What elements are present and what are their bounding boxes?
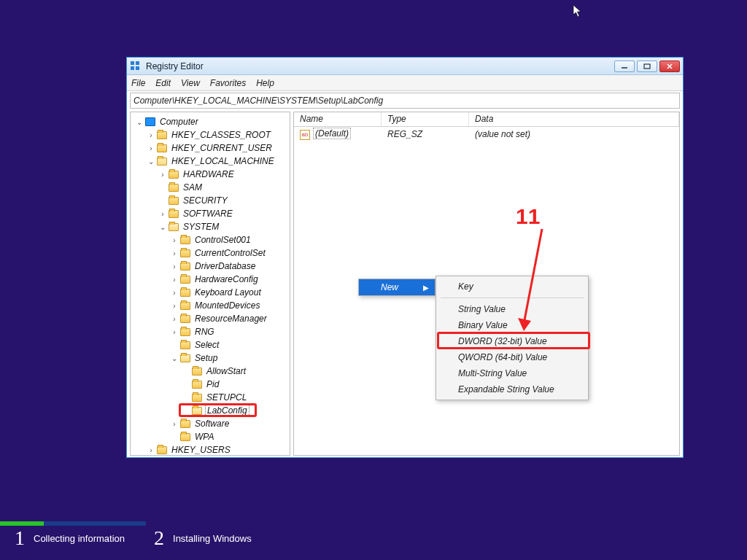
tree-node[interactable]: WPA	[131, 430, 290, 443]
context-item[interactable]: QWORD (64-bit) Value	[436, 349, 588, 365]
address-text: Computer\HKEY_LOCAL_MACHINE\SYSTEM\Setup…	[133, 96, 383, 106]
folder-icon	[180, 249, 190, 257]
svg-rect-5	[644, 64, 650, 69]
tree-node[interactable]: LabConfig	[131, 404, 290, 417]
minimize-button[interactable]	[614, 61, 635, 72]
address-bar[interactable]: Computer\HKEY_LOCAL_MACHINE\SYSTEM\Setup…	[130, 93, 680, 109]
folder-icon	[180, 328, 190, 336]
chevron-right-icon[interactable]: ›	[170, 289, 179, 297]
context-item[interactable]: Multi-String Value	[436, 365, 588, 381]
tree-node[interactable]: ›HARDWARE	[131, 168, 290, 181]
tree-node[interactable]: ⌄SYSTEM	[131, 220, 290, 233]
tree-node[interactable]: ›Keyboard Layout	[131, 286, 290, 299]
tree-node[interactable]: ›HKEY_CURRENT_USER	[131, 141, 290, 155]
chevron-down-icon[interactable]: ⌄	[158, 223, 167, 231]
value-list-pane[interactable]: Name Type Data ab(Default)REG_SZ(value n…	[293, 112, 680, 456]
tree-node[interactable]: ›RNG	[131, 325, 290, 338]
tree-node[interactable]: AllowStart	[131, 365, 290, 378]
value-row[interactable]: ab(Default)REG_SZ(value not set)	[294, 127, 679, 141]
chevron-down-icon[interactable]: ⌄	[147, 158, 155, 166]
tree-node[interactable]: ⌄Computer	[131, 115, 290, 128]
context-menu[interactable]: New ▶	[358, 279, 436, 296]
tree-label: SYSTEM	[182, 222, 220, 232]
menu-help[interactable]: Help	[256, 78, 274, 88]
context-item[interactable]: DWORD (32-bit) Value	[436, 333, 588, 349]
tree-node[interactable]: ›Software	[131, 417, 290, 430]
tree-node[interactable]: ›DriverDatabase	[131, 260, 290, 273]
chevron-right-icon[interactable]: ›	[170, 236, 179, 244]
chevron-right-icon[interactable]: ›	[170, 276, 179, 284]
folder-icon	[169, 171, 179, 179]
folder-icon	[192, 394, 202, 402]
tree-label: Keyboard Layout	[193, 287, 263, 298]
tree-label: Setup	[193, 353, 219, 363]
folder-icon	[180, 341, 190, 349]
tree-node[interactable]: ⌄HKEY_LOCAL_MACHINE	[131, 155, 290, 168]
context-item[interactable]: Key	[436, 279, 588, 295]
col-name[interactable]: Name	[294, 112, 382, 126]
tree-node[interactable]: Pid	[131, 378, 290, 391]
tree-node[interactable]: ⌄Setup	[131, 351, 290, 365]
step-collecting-info: 1 Collecting information	[0, 524, 139, 553]
folder-icon	[157, 144, 167, 152]
maximize-button[interactable]	[637, 61, 657, 72]
context-item[interactable]: Binary Value	[436, 317, 588, 333]
folder-icon	[157, 158, 167, 166]
menu-favorites[interactable]: Favorites	[210, 78, 246, 88]
chevron-right-icon[interactable]: ›	[147, 446, 155, 454]
col-data[interactable]: Data	[469, 112, 679, 126]
tree-node[interactable]: ›ResourceManager	[131, 312, 290, 325]
context-item-label: DWORD (32-bit) Value	[458, 336, 547, 346]
menubar: File Edit View Favorites Help	[127, 75, 683, 91]
close-button[interactable]	[659, 61, 680, 72]
context-item[interactable]: String Value	[436, 301, 588, 317]
computer-icon	[145, 117, 155, 126]
tree-label: Select	[193, 340, 220, 350]
folder-icon	[180, 433, 190, 441]
setup-steps: 1 Collecting information 2 Installing Wi…	[0, 524, 747, 553]
chevron-right-icon[interactable]: ›	[170, 249, 179, 257]
menu-view[interactable]: View	[181, 78, 200, 88]
col-type[interactable]: Type	[382, 112, 469, 126]
context-item[interactable]: Expandable String Value	[436, 381, 588, 397]
tree-node[interactable]: SETUPCL	[131, 391, 290, 404]
tree-label: ResourceManager	[193, 314, 268, 324]
value-type: REG_SZ	[382, 129, 469, 139]
svg-rect-0	[131, 61, 134, 65]
tree-pane[interactable]: ⌄Computer›HKEY_CLASSES_ROOT›HKEY_CURRENT…	[130, 112, 290, 456]
titlebar[interactable]: Registry Editor	[127, 58, 683, 75]
menu-file[interactable]: File	[131, 78, 145, 88]
chevron-right-icon[interactable]: ›	[170, 420, 179, 428]
tree-node[interactable]: ›ControlSet001	[131, 233, 290, 246]
submenu-arrow-icon: ▶	[423, 284, 429, 292]
chevron-down-icon[interactable]: ⌄	[135, 118, 144, 126]
tree-node[interactable]: ›MountedDevices	[131, 299, 290, 312]
chevron-right-icon[interactable]: ›	[158, 210, 167, 218]
tree-node[interactable]: ›HKEY_CLASSES_ROOT	[131, 128, 290, 141]
tree-node[interactable]: Select	[131, 338, 290, 351]
folder-icon	[192, 407, 202, 415]
tree-node[interactable]: SECURITY	[131, 194, 290, 207]
tree-label: WPA	[193, 432, 215, 442]
tree-node[interactable]: ›HardwareConfig	[131, 273, 290, 286]
chevron-right-icon[interactable]: ›	[147, 131, 155, 139]
chevron-right-icon[interactable]: ›	[158, 171, 167, 179]
tree-node[interactable]: ›CurrentControlSet	[131, 246, 290, 260]
tree-node[interactable]: SAM	[131, 181, 290, 194]
chevron-right-icon[interactable]: ›	[147, 144, 155, 152]
tree-label: LabConfig	[205, 405, 249, 416]
context-item-label: New	[381, 282, 398, 292]
chevron-right-icon[interactable]: ›	[170, 262, 179, 271]
context-submenu[interactable]: KeyString ValueBinary ValueDWORD (32-bit…	[436, 276, 589, 400]
menu-edit[interactable]: Edit	[155, 78, 171, 88]
chevron-right-icon[interactable]: ›	[170, 328, 179, 336]
folder-icon	[180, 420, 190, 428]
value-name: (Default)	[313, 128, 351, 139]
chevron-right-icon[interactable]: ›	[170, 302, 179, 310]
tree-node[interactable]: ›SOFTWARE	[131, 207, 290, 220]
chevron-down-icon[interactable]: ⌄	[170, 354, 179, 362]
context-item-new[interactable]: New ▶	[359, 279, 435, 295]
list-header[interactable]: Name Type Data	[294, 112, 679, 127]
chevron-right-icon[interactable]: ›	[170, 315, 179, 323]
tree-node[interactable]: ›HKEY_USERS	[131, 443, 290, 456]
